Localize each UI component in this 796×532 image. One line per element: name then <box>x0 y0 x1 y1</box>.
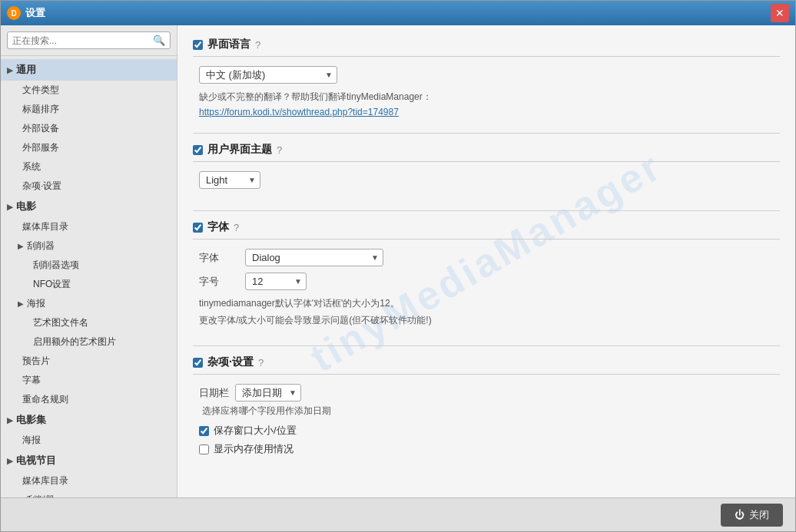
triangle-icon-scraper: ▶ <box>18 242 24 250</box>
sidebar-item-movie-label: 电影 <box>16 200 36 213</box>
sidebar-item-misc[interactable]: 杂项·设置 <box>1 177 177 196</box>
font-select[interactable]: Dialog Arial Tahoma <box>245 249 383 266</box>
window-title: 设置 <box>25 6 771 20</box>
misc-section-checkbox[interactable] <box>193 358 203 368</box>
sidebar-item-nfo-settings[interactable]: NFO设置 <box>1 275 177 294</box>
font-size-label: 字号 <box>199 275 245 289</box>
sidebar-item-trailer[interactable]: 预告片 <box>1 352 177 371</box>
date-label: 日期栏 <box>199 386 229 400</box>
theme-section-checkbox[interactable] <box>193 145 203 155</box>
font-name-label: 字体 <box>199 251 245 265</box>
language-select[interactable]: 中文 (新加坡) English 中文 (简体) <box>199 66 337 84</box>
show-memory-row: 显示内存使用情况 <box>199 442 774 456</box>
sidebar-item-tvshow-library[interactable]: 媒体库目录 <box>1 471 177 491</box>
sidebar-item-system[interactable]: 系统 <box>1 157 177 177</box>
date-hint: 选择应将哪个字段用作添加日期 <box>199 405 774 418</box>
divider-1 <box>193 133 780 134</box>
misc-section-title: 杂项·设置 <box>207 355 254 369</box>
section-font-body: 字体 Dialog Arial Tahoma ▼ 字号 <box>193 249 780 342</box>
font-size-row: 字号 10 11 12 13 14 ▼ <box>199 273 774 290</box>
section-theme-body: Light Dark System ▼ <box>193 171 780 207</box>
font-section-title: 字体 <box>207 220 229 234</box>
font-help-icon[interactable]: ? <box>234 222 239 233</box>
sidebar-item-extra-artwork[interactable]: 启用额外的艺术图片 <box>1 332 177 352</box>
search-input[interactable] <box>12 35 153 46</box>
font-section-checkbox[interactable] <box>193 223 203 233</box>
search-box: 🔍 <box>1 25 177 56</box>
search-input-wrap: 🔍 <box>7 31 171 49</box>
section-language: 界面语言 ? 中文 (新加坡) English 中文 (简体) ▼ <box>193 38 780 130</box>
content-area: 🔍 ▶ 通用 文件类型 标题排序 外部设备 外部服务 系统 杂项·设置 <box>1 25 795 497</box>
settings-window: D 设置 ✕ 🔍 ▶ 通用 文件类型 标题排序 <box>0 0 796 532</box>
sidebar-item-general[interactable]: ▶ 通用 <box>1 59 177 81</box>
font-info2: 更改字体/或大小可能会导致显示问题(但不破坏软件功能!) <box>199 313 774 327</box>
theme-select[interactable]: Light Dark System <box>199 171 260 189</box>
font-size-select[interactable]: 10 11 12 13 14 <box>245 273 307 290</box>
sidebar-item-external-service[interactable]: 外部服务 <box>1 138 177 157</box>
sidebar-item-scraper-options[interactable]: 刮削器选项 <box>1 256 177 275</box>
divider-2 <box>193 210 780 211</box>
language-section-checkbox[interactable] <box>193 40 203 50</box>
section-font-header: 字体 ? <box>193 220 780 240</box>
theme-select-wrap: Light Dark System ▼ <box>199 171 260 189</box>
date-select-wrap: 添加日期 修改日期 创建日期 ▼ <box>235 384 301 401</box>
sidebar-item-general-label: 通用 <box>16 63 36 77</box>
sidebar-item-movie-library[interactable]: 媒体库目录 <box>1 217 177 236</box>
font-size-select-wrap: 10 11 12 13 14 ▼ <box>245 273 307 290</box>
sidebar-item-movie-poster-label: 海报 <box>27 297 45 310</box>
language-help-icon[interactable]: ? <box>255 39 260 51</box>
nav-group-movie: ▶ 电影 媒体库目录 ▶ 刮削器 刮削器选项 NFO设置 ▶ 海报 艺术图文件名 <box>1 196 177 409</box>
sidebar-item-filetypes[interactable]: 文件类型 <box>1 81 177 100</box>
sidebar-item-subtitle[interactable]: 字幕 <box>1 371 177 390</box>
triangle-icon-movieset: ▶ <box>7 416 13 425</box>
nav-tree: ▶ 通用 文件类型 标题排序 外部设备 外部服务 系统 杂项·设置 ▶ 电影 <box>1 56 177 497</box>
triangle-icon: ▶ <box>7 66 13 74</box>
theme-section-title: 用户界面主题 <box>207 143 272 157</box>
sidebar-item-title-sort[interactable]: 标题排序 <box>1 100 177 119</box>
section-font: 字体 ? 字体 Dialog Arial Tahoma ▼ <box>193 220 780 342</box>
main-panel: tinyMediaManager 界面语言 ? 中文 (新加坡) English <box>177 25 795 497</box>
theme-help-icon[interactable]: ? <box>277 144 282 156</box>
sidebar-item-movieset-poster[interactable]: 海报 <box>1 431 177 450</box>
sidebar-item-movieset-label: 电影集 <box>16 413 46 427</box>
sidebar-item-movie-poster[interactable]: ▶ 海报 <box>1 294 177 313</box>
font-select-wrap: Dialog Arial Tahoma ▼ <box>245 249 383 266</box>
date-select-row: 日期栏 添加日期 修改日期 创建日期 ▼ <box>199 384 774 401</box>
sidebar: 🔍 ▶ 通用 文件类型 标题排序 外部设备 外部服务 系统 杂项·设置 <box>1 25 177 497</box>
sidebar-item-movie[interactable]: ▶ 电影 <box>1 196 177 217</box>
divider-3 <box>193 345 780 346</box>
sidebar-item-artwork-filename[interactable]: 艺术图文件名 <box>1 313 177 332</box>
sidebar-item-rename-rule[interactable]: 重命名规则 <box>1 390 177 409</box>
section-misc-header: 杂项·设置 ? <box>193 355 780 375</box>
language-link[interactable]: https://forum.kodi.tv/showthread.php?tid… <box>199 107 774 117</box>
sidebar-item-movie-scraper[interactable]: ▶ 刮削器 <box>1 236 177 256</box>
sidebar-item-movie-scraper-label: 刮削器 <box>27 240 55 253</box>
close-window-button[interactable]: ✕ <box>771 4 789 22</box>
section-misc-body: 日期栏 添加日期 修改日期 创建日期 ▼ 选择应将哪个字段用作添加日期 <box>193 384 780 473</box>
sidebar-item-external-device[interactable]: 外部设备 <box>1 119 177 138</box>
language-select-wrap: 中文 (新加坡) English 中文 (简体) ▼ <box>199 66 337 84</box>
save-window-checkbox[interactable] <box>199 426 209 436</box>
nav-group-tvshow: ▶ 电视节目 媒体库目录 ▶ 刮削器 刮削器选项 NFO设置 <box>1 450 177 497</box>
section-language-body: 中文 (新加坡) English 中文 (简体) ▼ 缺少或不完整的翻译？帮助我… <box>193 66 780 130</box>
font-name-row: 字体 Dialog Arial Tahoma ▼ <box>199 249 774 266</box>
language-info-text: 缺少或不完整的翻译？帮助我们翻译tinyMediaManager： <box>199 90 774 104</box>
show-memory-label: 显示内存使用情况 <box>214 442 294 456</box>
show-memory-checkbox[interactable] <box>199 444 209 454</box>
triangle-icon-movie: ▶ <box>7 203 13 211</box>
title-bar: D 设置 ✕ <box>1 1 795 25</box>
app-icon: D <box>7 6 21 20</box>
close-button[interactable]: ⏻ 关闭 <box>721 504 783 527</box>
section-theme: 用户界面主题 ? Light Dark System ▼ <box>193 143 780 207</box>
close-btn-icon: ⏻ <box>735 509 745 520</box>
search-icon: 🔍 <box>153 35 165 46</box>
close-btn-label: 关闭 <box>749 508 769 522</box>
sidebar-item-tvshow[interactable]: ▶ 电视节目 <box>1 450 177 471</box>
font-info1: tinymediamanager默认字体'对话框'的大小为12。 <box>199 296 774 310</box>
misc-help-icon[interactable]: ? <box>258 357 264 368</box>
date-select[interactable]: 添加日期 修改日期 创建日期 <box>235 384 301 401</box>
theme-select-row: Light Dark System ▼ <box>199 171 774 189</box>
sidebar-item-tvshow-scraper[interactable]: ▶ 刮削器 <box>1 491 177 497</box>
nav-group-general: ▶ 通用 文件类型 标题排序 外部设备 外部服务 系统 杂项·设置 <box>1 59 177 196</box>
sidebar-item-movieset[interactable]: ▶ 电影集 <box>1 409 177 431</box>
